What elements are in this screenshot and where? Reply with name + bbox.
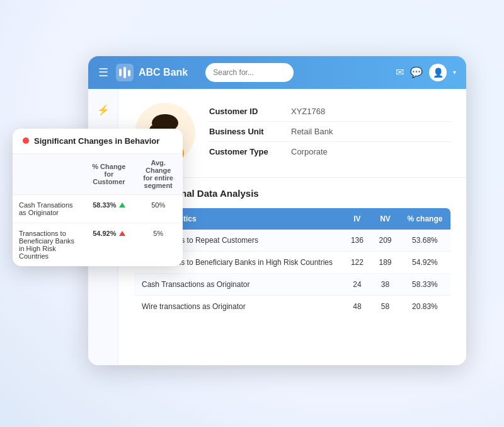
sidebar-nav-icon[interactable]: ⚡ (94, 102, 112, 119)
change-cell-2: 54.92% (90, 230, 127, 237)
pct-value-1: 58.33% (93, 201, 116, 209)
customer-type-label: Customer Type (209, 147, 291, 156)
customer-id-row: Customer ID XYZ1768 (209, 102, 451, 122)
svg-rect-3 (128, 70, 130, 76)
behavior-card-header: Significant Changes in Behavior (13, 129, 183, 154)
col-pct: % change (399, 208, 451, 230)
brand-name: ABC Bank (139, 67, 188, 78)
iv-3: 24 (343, 273, 372, 295)
behavior-row-2: Transactions to Beneficiary Banks in Hig… (13, 223, 183, 266)
bcol-2: % Change for Customer (84, 154, 134, 195)
bcol-3: Avg. Change for entire segment (134, 154, 183, 195)
iv-4: 48 (343, 295, 372, 317)
change-cell-1: 58.33% (90, 201, 127, 209)
pct-value-2: 54.92% (93, 230, 116, 237)
b-pct-2: 54.92% (84, 223, 134, 266)
alert-dot (23, 137, 29, 144)
b-label-2: Transactions to Beneficiary Banks in Hig… (13, 223, 84, 266)
nav-logo: ABC Bank (116, 64, 188, 81)
arrow-up-icon (119, 202, 125, 208)
business-unit-label: Business Unit (209, 127, 291, 136)
b-avg-1: 50% (134, 194, 183, 223)
avatar-dropdown-icon[interactable]: ▾ (453, 69, 456, 76)
business-unit-value: Retail Bank (291, 127, 333, 136)
svg-rect-1 (119, 69, 122, 76)
customer-info: Customer ID XYZ1768 Business Unit Retail… (209, 102, 451, 161)
table-row: Cash Transactions as Originator 24 38 58… (134, 273, 451, 295)
nv-2: 189 (371, 251, 399, 273)
pct-2: 54.92% (399, 251, 451, 273)
business-unit-row: Business Unit Retail Bank (209, 122, 451, 142)
customer-type-row: Customer Type Corporate (209, 142, 451, 161)
mail-icon[interactable]: ✉ (396, 66, 404, 78)
col-nv: NV (371, 208, 399, 230)
pct-1: 53.68% (399, 230, 451, 252)
bcol-1 (13, 154, 84, 195)
behavior-card: Significant Changes in Behavior % Change… (13, 129, 183, 266)
customer-id-label: Customer ID (209, 107, 291, 116)
char-3: Cash Transactions as Originator (134, 273, 343, 295)
avatar-icon: 👤 (433, 67, 444, 78)
search-container (205, 63, 388, 82)
customer-id-value: XYZ1768 (291, 107, 325, 116)
iv-2: 122 (343, 251, 372, 273)
nav-icons: ✉ 💬 👤 ▾ (396, 64, 456, 81)
customer-type-value: Corporate (291, 147, 328, 156)
nv-4: 58 (371, 295, 399, 317)
avatar[interactable]: 👤 (429, 64, 447, 81)
logo-icon (116, 64, 134, 81)
pct-4: 20.83% (399, 295, 451, 317)
b-label-1: Cash Transations as Originator (13, 194, 84, 223)
char-4: Wire transactions as Originator (134, 295, 343, 317)
scene: ☰ ABC Bank ✉ 💬 👤 ▾ (13, 31, 491, 397)
navigation-bar: ☰ ABC Bank ✉ 💬 👤 ▾ (88, 56, 466, 89)
b-pct-1: 58.33% (84, 194, 134, 223)
svg-rect-2 (123, 67, 126, 78)
search-input[interactable] (205, 63, 294, 82)
col-iv: IV (343, 208, 372, 230)
chat-icon[interactable]: 💬 (410, 66, 423, 78)
pct-3: 58.33% (399, 273, 451, 295)
iv-1: 136 (343, 230, 372, 252)
nv-1: 209 (371, 230, 399, 252)
behavior-title: Significant Changes in Behavior (34, 136, 159, 146)
arrow-warn-icon (119, 231, 125, 236)
hamburger-icon[interactable]: ☰ (98, 66, 108, 79)
table-row: Wire transactions as Originator 48 58 20… (134, 295, 451, 317)
b-avg-2: 5% (134, 223, 183, 266)
nv-3: 38 (371, 273, 399, 295)
behavior-row-1: Cash Transations as Originator 58.33% 50… (13, 194, 183, 223)
behavior-table: % Change for Customer Avg. Change for en… (13, 154, 183, 266)
